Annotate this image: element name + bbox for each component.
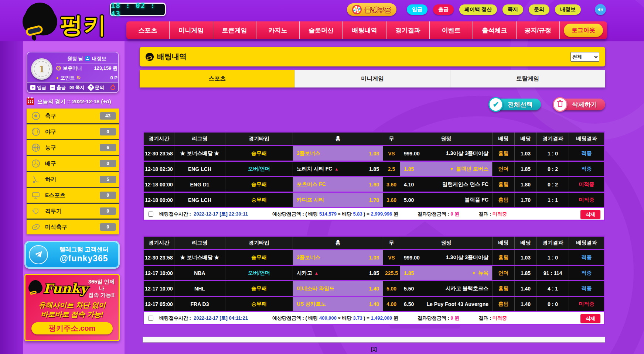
col-away: 999.001.3이상 3폴더이상 [400,250,493,265]
home-odds: 1.80 [369,182,379,188]
column-header: 배당 [515,133,537,145]
slip-footer-text: × 배당 [337,315,353,322]
home-name: 시카고▲ [297,270,318,276]
site-logo-icon[interactable] [22,4,58,38]
sidebar-sport-volleyball[interactable]: 배구0 [27,156,119,171]
telegram-handle: @funky365 [52,254,115,264]
col-away: 1.85▼블랙번 로버스 [400,162,493,176]
roulette-coupon-button[interactable]: 룰렛쿠폰 [347,3,396,16]
sport-label: 격투기 [45,208,62,215]
select-all-button[interactable]: ✔ 전체선택 [496,98,541,111]
volleyball-icon [31,159,41,168]
nav-item-9[interactable]: 공지/규정 [517,21,560,39]
question-icon: ? [87,84,95,91]
nav-item-1[interactable]: 미니게임 [170,21,213,39]
slip-footer-text: 예상당첨금액 : ( 배팅 [272,211,319,217]
funky-ad-banner[interactable]: Funky 365일 언제나 접속 가능!! 유해사이트 차단 없이 바로바로 … [24,274,120,341]
slip-footer-text: 2,999,996 [371,211,392,217]
nav-item-8[interactable]: 출석체크 [473,21,516,39]
home-odds: 1.03 [369,151,379,157]
nav-item-5[interactable]: 배팅내역 [343,21,386,39]
topbar-button-3[interactable]: 쪽지 [502,4,523,15]
roulette-label: 룰렛쿠폰 [365,6,391,14]
logout-button[interactable]: 로그아웃 [564,24,603,37]
sound-button[interactable] [595,4,606,15]
col-time: 12-18 02:30 [144,162,174,176]
col-odds: 1.85 [515,162,537,176]
col-draw: 3.60 [383,193,400,207]
col-bet-result: 미적중 [569,193,604,207]
topbar-button-0[interactable]: 입금 [407,4,427,15]
col-away: 1.85▼뉴욕 [400,266,493,280]
col-score: 0 : 0 [537,297,569,311]
nav-item-0[interactable]: 스포츠 [126,21,170,39]
topbar-button-5[interactable]: 내정보 [555,4,581,15]
sidebar-sport-esports[interactable]: E스포츠0 [27,188,119,203]
slip-select-checkbox[interactable] [148,212,153,217]
nav-item-7[interactable]: 이벤트 [430,21,473,39]
quick-button-1[interactable]: −출금 [50,85,66,91]
topbar-button-2[interactable]: 페이백 정산 [459,4,497,15]
delete-selected-button[interactable]: 삭제하기 [560,98,605,111]
home-name: US 콩카르노 [297,301,326,307]
col-bet-pick: 홈팀 [493,146,515,161]
away-name: 밀턴케인스 던스 FC [443,181,488,188]
sidebar-sport-soccer[interactable]: 축구43 [27,109,119,123]
telegram-banner[interactable]: 텔레그램 고객센터 @funky365 [24,241,120,269]
col-home: 노리치 시티 FC▲1.85 [293,162,383,176]
sidebar-sport-baseball[interactable]: 야구0 [27,124,119,139]
sidebar-sport-mma[interactable]: 격투기0 [27,204,119,219]
power-icon[interactable] [110,85,115,90]
nav-item-2[interactable]: 토큰게임 [213,21,256,39]
quick-button-0[interactable]: +입금 [30,85,46,91]
point-label: 포인트 [60,75,75,81]
col-home: 3폴보너스1.03 [293,146,383,161]
tab-sports[interactable]: 스포츠 [140,70,294,87]
col-score: 0 : 2 [537,162,569,176]
myinfo-link[interactable]: 내정보 [92,55,106,62]
digital-clock: 18 : 02 : 43 [110,3,166,16]
sidebar-sport-football[interactable]: 미식축구0 [27,220,119,234]
col-game-type: 오버/언더 [225,162,293,176]
banner-domain-pill[interactable]: 펑키주소.com [31,322,113,334]
quick-button-label: 출금 [57,85,66,91]
quick-button-2[interactable]: ✉쪽지 [69,85,85,91]
col-game-type: 승무패 [225,193,293,207]
col-time: 12-17 10:00 [144,281,174,296]
topbar-button-4[interactable]: 문의 [529,4,549,15]
slip-footer-text: 400,000 [319,315,337,321]
delete-slip-button[interactable]: 삭제 [580,314,600,323]
away-odds: 4.10 [404,182,414,188]
filter-select[interactable]: 전체 [570,52,599,62]
home-name: 카디프 시티 [297,197,324,203]
sport-label: 야구 [45,128,56,135]
nav-item-3[interactable]: 카지노 [256,21,300,39]
tab-minigame[interactable]: 미니게임 [294,70,450,87]
site-logo-text[interactable]: 펑키 [60,10,107,41]
sport-count-badge: 0 [100,128,116,135]
topbar-button-1[interactable]: 출금 [433,4,454,15]
delete-slip-button[interactable]: 삭제 [580,210,600,219]
quick-button-3[interactable]: ?문의 [88,85,104,91]
col-bet-pick: 홈팀 [493,193,515,207]
col-away: 999.001.3이상 3폴더이상 [400,146,493,161]
sidebar-sport-basketball[interactable]: 농구6 [27,140,119,155]
table-row: 12-30 23:58★ 보너스배당 ★승무패3폴보너스1.03VS999.00… [144,249,604,265]
column-header: 무 [383,237,400,249]
col-draw: 225.5 [383,266,400,280]
nav-item-4[interactable]: 슬롯머신 [300,21,343,39]
sidebar-sport-hockey[interactable]: 하키5 [27,172,119,187]
refresh-icon[interactable]: ↻ [76,75,81,80]
slip-select-checkbox[interactable] [148,316,153,321]
col-bet-pick: 언더 [493,266,515,280]
funky-afro-icon [28,280,42,296]
tab-totalgame[interactable]: 토탈게임 [450,70,605,87]
speaker-icon [597,6,604,13]
pagination[interactable]: [1] [143,346,605,352]
page-title: 배팅내역 [157,52,187,62]
col-bet-result: 미적중 [569,297,604,311]
col-league: NHL [174,281,225,296]
over-marker-icon: ▲ [334,167,338,171]
nav-item-6[interactable]: 경기결과 [386,21,430,39]
col-home: 포츠머스 FC1.80 [293,177,383,192]
